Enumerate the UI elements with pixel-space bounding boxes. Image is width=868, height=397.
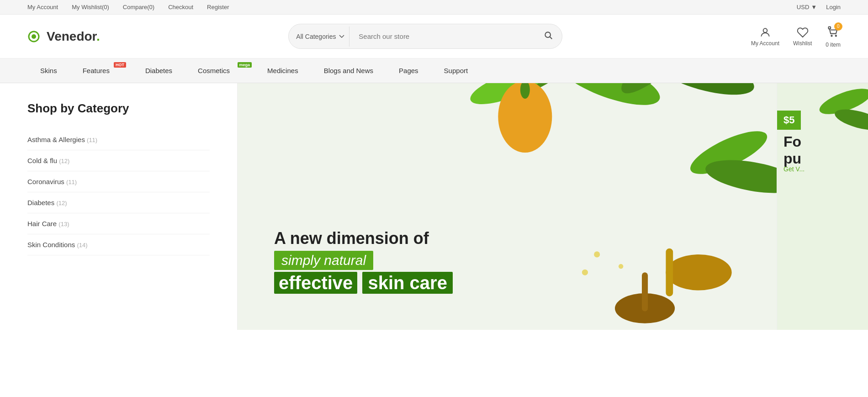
- header-icons: My Account Wishlist 0 0 item: [751, 25, 841, 48]
- hero-text: A new dimension of simply natural effect…: [274, 229, 453, 293]
- nav-label-cosmetics: Cosmetics: [198, 67, 230, 74]
- list-item[interactable]: Diabetes (12): [27, 192, 210, 213]
- search-icon: [544, 31, 553, 40]
- category-name: Hair Care: [27, 220, 58, 228]
- hero-line3-plain: effective: [274, 272, 357, 294]
- top-bar: My Account My Wishlist(0) Compare(0) Che…: [0, 0, 868, 15]
- nav-label-skins: Skins: [40, 67, 57, 74]
- right-title-line1: Fo: [783, 133, 801, 150]
- category-count: (11): [66, 179, 77, 185]
- svg-point-4: [763, 28, 767, 32]
- cart-icon-item[interactable]: 0 0 item: [826, 25, 841, 48]
- svg-line-3: [550, 37, 552, 39]
- hot-badge: HOT: [114, 62, 126, 68]
- svg-point-24: [594, 251, 600, 257]
- category-count: (14): [77, 242, 87, 249]
- list-item[interactable]: Cold & flu (12): [27, 150, 210, 171]
- category-name: Asthma & Allergies: [27, 136, 87, 143]
- account-label: My Account: [751, 40, 779, 47]
- category-list: Asthma & Allergies (11) Cold & flu (12) …: [27, 129, 210, 255]
- top-bar-right: USD ▼ Login: [797, 4, 841, 11]
- nav-label-blogs: Blogs and News: [324, 67, 373, 74]
- svg-point-25: [619, 264, 623, 269]
- cart-badge: 0: [834, 22, 842, 31]
- category-name: Skin Conditions: [27, 241, 77, 249]
- currency-selector[interactable]: USD ▼: [797, 4, 817, 11]
- hero-area: A new dimension of simply natural effect…: [238, 83, 777, 330]
- register-link[interactable]: Register: [207, 4, 229, 11]
- currency-label: USD: [797, 4, 809, 11]
- hero-line1: A new dimension of: [274, 229, 453, 248]
- wishlist-link[interactable]: My Wishlist(0): [72, 4, 109, 11]
- cart-icon-wrapper: 0: [827, 25, 840, 40]
- nav-label-diabetes: Diabetes: [145, 67, 172, 74]
- main-content: Shop by Category Asthma & Allergies (11)…: [0, 83, 868, 330]
- hero-line3-highlight: skin care: [362, 272, 452, 294]
- logo[interactable]: Venedor.: [27, 28, 100, 45]
- svg-point-2: [545, 32, 551, 37]
- compare-link[interactable]: Compare(0): [123, 4, 154, 11]
- wishlist-icon-item[interactable]: Wishlist: [793, 26, 812, 47]
- login-link[interactable]: Login: [826, 4, 841, 11]
- category-count: (12): [59, 158, 69, 164]
- right-panel: $5 Fo pu Get V...: [777, 83, 868, 330]
- right-panel-price-badge: $5: [777, 111, 801, 130]
- svg-point-26: [582, 270, 588, 275]
- category-select[interactable]: All Categories: [289, 26, 349, 47]
- category-count: (11): [87, 137, 97, 143]
- hero-line3: effective skin care: [274, 273, 453, 293]
- svg-point-1: [32, 34, 36, 39]
- category-count: (13): [58, 221, 69, 228]
- main-nav: Skins Features HOT Diabetes Cosmetics me…: [0, 58, 868, 83]
- list-item[interactable]: Coronavirus (11): [27, 171, 210, 192]
- nav-item-cosmetics[interactable]: Cosmetics mega: [185, 58, 254, 83]
- right-panel-cta[interactable]: Get V...: [783, 165, 804, 173]
- search-input[interactable]: [349, 26, 535, 47]
- svg-point-18: [666, 254, 731, 291]
- nav-item-diabetes[interactable]: Diabetes: [132, 58, 185, 83]
- mega-badge: mega: [238, 62, 252, 68]
- search-button[interactable]: [535, 24, 562, 48]
- hero-line3-text: effective skin care: [274, 272, 453, 294]
- nav-item-support[interactable]: Support: [431, 58, 481, 83]
- hero-image: A new dimension of simply natural effect…: [238, 83, 777, 330]
- category-count: (12): [56, 200, 67, 206]
- top-bar-left: My Account My Wishlist(0) Compare(0) Che…: [27, 4, 229, 11]
- account-icon-item[interactable]: My Account: [751, 26, 779, 47]
- checkout-link[interactable]: Checkout: [168, 4, 193, 11]
- list-item[interactable]: Asthma & Allergies (11): [27, 129, 210, 150]
- hero-line2: simply natural: [274, 251, 373, 270]
- nav-item-pages[interactable]: Pages: [386, 58, 431, 83]
- account-icon: [759, 26, 771, 38]
- header: Venedor. All Categories My Account Wishl…: [0, 15, 868, 58]
- cart-label: 0 item: [826, 42, 841, 48]
- right-panel-title: Fo pu: [783, 133, 801, 167]
- svg-point-7: [835, 35, 836, 36]
- wishlist-icon: [797, 26, 809, 38]
- nav-item-features[interactable]: Features HOT: [70, 58, 132, 83]
- search-bar: All Categories: [288, 24, 562, 49]
- my-account-link[interactable]: My Account: [27, 4, 58, 11]
- svg-rect-21: [642, 272, 648, 311]
- wishlist-label: Wishlist: [793, 40, 812, 47]
- nav-item-skins[interactable]: Skins: [27, 58, 70, 83]
- sidebar-title: Shop by Category: [27, 101, 210, 116]
- list-item[interactable]: Hair Care (13): [27, 213, 210, 234]
- nav-label-pages: Pages: [399, 67, 418, 74]
- nav-label-features: Features: [83, 67, 110, 74]
- nav-item-medicines[interactable]: Medicines: [254, 58, 311, 83]
- right-title-line2: pu: [783, 150, 801, 167]
- category-name: Cold & flu: [27, 157, 59, 164]
- logo-icon: [27, 28, 44, 45]
- svg-point-6: [831, 35, 832, 36]
- category-name: Diabetes: [27, 199, 56, 206]
- list-item[interactable]: Skin Conditions (14): [27, 234, 210, 255]
- logo-text: Venedor.: [47, 29, 100, 44]
- nav-label-support: Support: [444, 67, 468, 74]
- sidebar: Shop by Category Asthma & Allergies (11)…: [0, 83, 238, 330]
- category-name: Coronavirus: [27, 178, 66, 185]
- svg-rect-19: [666, 249, 673, 296]
- currency-caret-icon: ▼: [811, 4, 817, 11]
- nav-label-medicines: Medicines: [267, 67, 298, 74]
- nav-item-blogs[interactable]: Blogs and News: [311, 58, 386, 83]
